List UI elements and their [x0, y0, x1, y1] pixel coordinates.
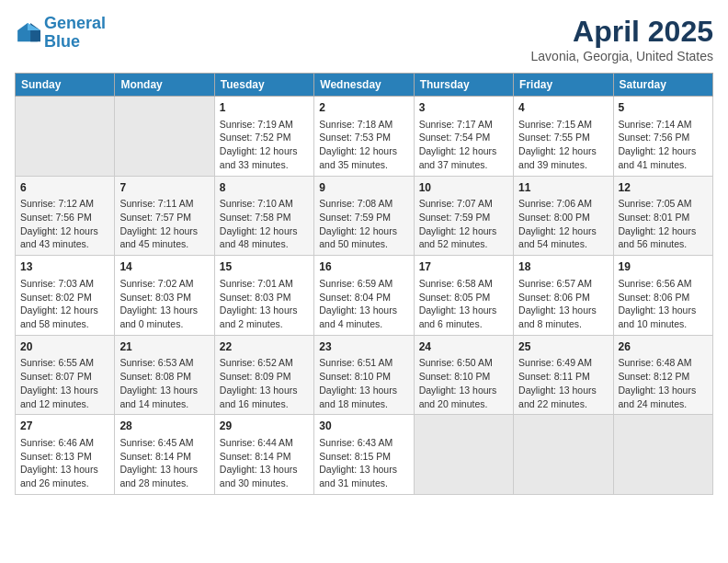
day-info: Sunrise: 6:49 AM Sunset: 8:11 PM Dayligh…: [518, 356, 608, 410]
day-info: Sunrise: 7:07 AM Sunset: 7:59 PM Dayligh…: [419, 197, 508, 251]
calendar-cell: 16Sunrise: 6:59 AM Sunset: 8:04 PM Dayli…: [314, 256, 414, 336]
calendar-cell: 24Sunrise: 6:50 AM Sunset: 8:10 PM Dayli…: [414, 335, 513, 415]
calendar-cell: 11Sunrise: 7:06 AM Sunset: 8:00 PM Dayli…: [514, 176, 613, 256]
calendar-cell: [115, 97, 214, 177]
page-header: GeneralBlue April 2025 Lavonia, Georgia,…: [15, 15, 713, 63]
day-number: 25: [518, 339, 608, 355]
header-tuesday: Tuesday: [214, 74, 313, 97]
day-number: 16: [319, 259, 408, 275]
calendar-cell: 18Sunrise: 6:57 AM Sunset: 8:06 PM Dayli…: [514, 256, 613, 336]
calendar-cell: 9Sunrise: 7:08 AM Sunset: 7:59 PM Daylig…: [314, 176, 414, 256]
day-number: 21: [119, 339, 209, 355]
day-info: Sunrise: 7:01 AM Sunset: 8:03 PM Dayligh…: [220, 277, 309, 331]
calendar-cell: 4Sunrise: 7:15 AM Sunset: 7:55 PM Daylig…: [514, 97, 613, 177]
day-info: Sunrise: 6:59 AM Sunset: 8:04 PM Dayligh…: [319, 277, 408, 331]
day-info: Sunrise: 6:53 AM Sunset: 8:08 PM Dayligh…: [119, 356, 209, 410]
day-number: 18: [518, 259, 608, 275]
day-info: Sunrise: 6:51 AM Sunset: 8:10 PM Dayligh…: [319, 356, 408, 410]
day-number: 5: [619, 100, 708, 116]
calendar-cell: [514, 415, 613, 495]
day-number: 10: [419, 180, 508, 196]
week-row-5: 27Sunrise: 6:46 AM Sunset: 8:13 PM Dayli…: [16, 415, 713, 495]
day-info: Sunrise: 6:45 AM Sunset: 8:14 PM Dayligh…: [119, 436, 209, 490]
day-info: Sunrise: 7:15 AM Sunset: 7:55 PM Dayligh…: [518, 118, 608, 172]
day-number: 6: [20, 180, 109, 196]
day-number: 12: [619, 180, 708, 196]
day-number: 30: [319, 419, 408, 434]
week-row-3: 13Sunrise: 7:03 AM Sunset: 8:02 PM Dayli…: [16, 256, 713, 336]
day-number: 20: [20, 339, 109, 355]
week-row-1: 1Sunrise: 7:19 AM Sunset: 7:52 PM Daylig…: [16, 97, 713, 177]
day-info: Sunrise: 7:06 AM Sunset: 8:00 PM Dayligh…: [518, 197, 608, 251]
header-saturday: Saturday: [613, 74, 712, 97]
calendar-cell: 15Sunrise: 7:01 AM Sunset: 8:03 PM Dayli…: [214, 256, 313, 336]
calendar-cell: 23Sunrise: 6:51 AM Sunset: 8:10 PM Dayli…: [314, 335, 414, 415]
day-info: Sunrise: 7:17 AM Sunset: 7:54 PM Dayligh…: [419, 118, 508, 172]
day-info: Sunrise: 7:03 AM Sunset: 8:02 PM Dayligh…: [20, 277, 109, 331]
calendar-table: SundayMondayTuesdayWednesdayThursdayFrid…: [15, 73, 713, 495]
day-info: Sunrise: 6:56 AM Sunset: 8:06 PM Dayligh…: [619, 277, 708, 331]
calendar-cell: 1Sunrise: 7:19 AM Sunset: 7:52 PM Daylig…: [214, 97, 313, 177]
calendar-cell: 22Sunrise: 6:52 AM Sunset: 8:09 PM Dayli…: [214, 335, 313, 415]
calendar-cell: 14Sunrise: 7:02 AM Sunset: 8:03 PM Dayli…: [115, 256, 214, 336]
calendar-cell: 25Sunrise: 6:49 AM Sunset: 8:11 PM Dayli…: [514, 335, 613, 415]
day-number: 1: [220, 100, 309, 116]
day-info: Sunrise: 7:10 AM Sunset: 7:58 PM Dayligh…: [220, 197, 309, 251]
day-number: 24: [419, 339, 508, 355]
calendar-cell: 12Sunrise: 7:05 AM Sunset: 8:01 PM Dayli…: [613, 176, 712, 256]
calendar-cell: 26Sunrise: 6:48 AM Sunset: 8:12 PM Dayli…: [613, 335, 712, 415]
day-number: 22: [220, 339, 309, 355]
logo: GeneralBlue: [15, 15, 106, 52]
calendar-cell: [16, 97, 115, 177]
logo-text: GeneralBlue: [44, 15, 106, 52]
week-row-4: 20Sunrise: 6:55 AM Sunset: 8:07 PM Dayli…: [16, 335, 713, 415]
day-info: Sunrise: 7:12 AM Sunset: 7:56 PM Dayligh…: [20, 197, 109, 251]
day-info: Sunrise: 6:50 AM Sunset: 8:10 PM Dayligh…: [419, 356, 508, 410]
calendar-cell: 21Sunrise: 6:53 AM Sunset: 8:08 PM Dayli…: [115, 335, 214, 415]
day-info: Sunrise: 7:11 AM Sunset: 7:57 PM Dayligh…: [119, 197, 209, 251]
day-number: 4: [518, 100, 608, 116]
calendar-cell: 17Sunrise: 6:58 AM Sunset: 8:05 PM Dayli…: [414, 256, 513, 336]
calendar-cell: [414, 415, 513, 495]
calendar-cell: 6Sunrise: 7:12 AM Sunset: 7:56 PM Daylig…: [16, 176, 115, 256]
calendar-cell: 5Sunrise: 7:14 AM Sunset: 7:56 PM Daylig…: [613, 97, 712, 177]
title-block: April 2025 Lavonia, Georgia, United Stat…: [531, 15, 713, 63]
day-number: 9: [319, 180, 408, 196]
day-number: 8: [220, 180, 309, 196]
header-monday: Monday: [115, 74, 214, 97]
day-number: 14: [119, 259, 209, 275]
day-number: 17: [419, 259, 508, 275]
calendar-cell: 29Sunrise: 6:44 AM Sunset: 8:14 PM Dayli…: [214, 415, 313, 495]
calendar-header-row: SundayMondayTuesdayWednesdayThursdayFrid…: [16, 74, 713, 97]
header-wednesday: Wednesday: [314, 74, 414, 97]
day-number: 11: [518, 180, 608, 196]
day-info: Sunrise: 6:55 AM Sunset: 8:07 PM Dayligh…: [20, 356, 109, 410]
calendar-cell: 19Sunrise: 6:56 AM Sunset: 8:06 PM Dayli…: [613, 256, 712, 336]
day-number: 2: [319, 100, 408, 116]
calendar-cell: 30Sunrise: 6:43 AM Sunset: 8:15 PM Dayli…: [314, 415, 414, 495]
calendar-cell: 28Sunrise: 6:45 AM Sunset: 8:14 PM Dayli…: [115, 415, 214, 495]
calendar-cell: [613, 415, 712, 495]
day-info: Sunrise: 6:46 AM Sunset: 8:13 PM Dayligh…: [20, 436, 109, 490]
calendar-cell: 10Sunrise: 7:07 AM Sunset: 7:59 PM Dayli…: [414, 176, 513, 256]
day-number: 23: [319, 339, 408, 355]
calendar-cell: 13Sunrise: 7:03 AM Sunset: 8:02 PM Dayli…: [16, 256, 115, 336]
day-info: Sunrise: 6:52 AM Sunset: 8:09 PM Dayligh…: [220, 356, 309, 410]
day-number: 28: [119, 419, 209, 434]
day-number: 15: [220, 259, 309, 275]
day-info: Sunrise: 7:05 AM Sunset: 8:01 PM Dayligh…: [619, 197, 708, 251]
day-number: 29: [220, 419, 309, 434]
day-info: Sunrise: 6:48 AM Sunset: 8:12 PM Dayligh…: [619, 356, 708, 410]
calendar-subtitle: Lavonia, Georgia, United States: [531, 49, 713, 63]
day-number: 13: [20, 259, 109, 275]
day-number: 7: [119, 180, 209, 196]
day-info: Sunrise: 7:02 AM Sunset: 8:03 PM Dayligh…: [119, 277, 209, 331]
day-info: Sunrise: 6:43 AM Sunset: 8:15 PM Dayligh…: [319, 436, 408, 490]
calendar-cell: 8Sunrise: 7:10 AM Sunset: 7:58 PM Daylig…: [214, 176, 313, 256]
day-number: 27: [20, 419, 109, 434]
day-number: 19: [619, 259, 708, 275]
day-number: 3: [419, 100, 508, 116]
logo-icon: [15, 20, 40, 46]
week-row-2: 6Sunrise: 7:12 AM Sunset: 7:56 PM Daylig…: [16, 176, 713, 256]
day-info: Sunrise: 7:19 AM Sunset: 7:52 PM Dayligh…: [220, 118, 309, 172]
